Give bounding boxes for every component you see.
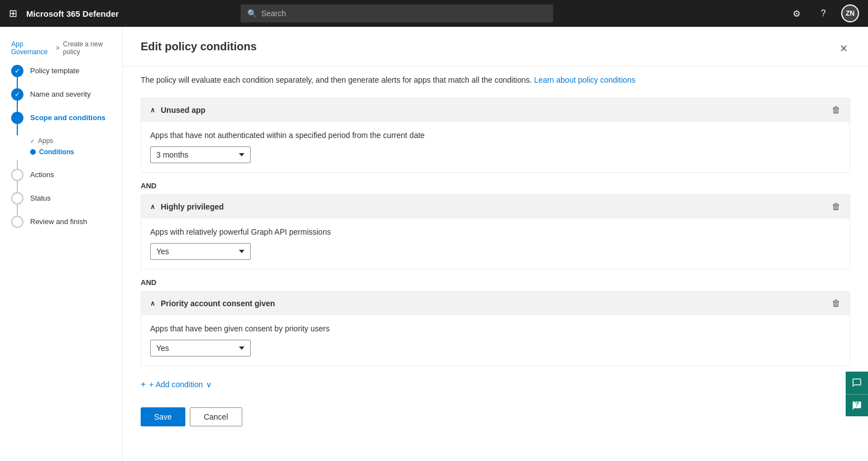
breadcrumb-root[interactable]: App Governance [11,40,52,56]
content-body: The policy will evaluate each condition … [123,66,868,453]
sub-step-conditions: Conditions [30,146,111,158]
condition-block-highly-privileged: ∧ Highly privileged 🗑 Apps with relative… [141,194,850,269]
condition-select-3[interactable]: Yes No [150,340,251,357]
content-header: Edit policy conditions ✕ [123,27,868,66]
top-nav: ⊞ Microsoft 365 Defender 🔍 ⚙ ? ZN [0,0,868,27]
step-circle-6 [11,216,23,228]
condition-title-1: Unused app [161,106,205,115]
step-indicator-3 [11,112,23,135]
connector-5 [17,205,18,216]
cancel-button[interactable]: Cancel [190,407,242,426]
chevron-up-icon-3: ∧ [150,300,155,307]
condition-body-1: Apps that have not authenticated within … [141,122,850,172]
add-icon: + [141,379,146,389]
and-label-2: AND [141,274,850,291]
condition-body-2: Apps with relatively powerful Graph API … [141,218,850,269]
and-label-1: AND [141,177,850,194]
step-content-5: Status [30,192,51,206]
condition-select-2[interactable]: Yes No [150,243,251,260]
step-content-4: Actions [30,169,54,182]
breadcrumb: App Governance > Create a new policy [0,36,122,65]
help-floating-button[interactable] [846,394,868,416]
step-circle-3 [11,112,23,124]
bullet-conditions [30,149,36,155]
step-row-review: Review and finish [11,216,111,229]
condition-block-priority-consent: ∧ Priority account consent given 🗑 Apps … [141,291,850,366]
breadcrumb-separator: > [56,44,60,52]
step-label-4: Actions [30,170,54,179]
connector-2 [17,101,18,112]
condition-header-priority-consent[interactable]: ∧ Priority account consent given 🗑 [141,292,850,315]
condition-select-1[interactable]: 1 month 2 months 3 months 6 months 12 mo… [150,146,251,163]
step-label-5: Status [30,194,51,202]
delete-icon-2[interactable]: 🗑 [832,202,841,212]
main-layout: App Governance > Create a new policy ✓ P… [0,27,868,461]
condition-header-highly-privileged[interactable]: ∧ Highly privileged 🗑 [141,195,850,218]
breadcrumb-current: Create a new policy [63,40,111,56]
chevron-up-icon-2: ∧ [150,203,155,211]
sidebar: App Governance > Create a new policy ✓ P… [0,27,123,461]
floating-buttons [846,372,868,416]
condition-desc-1: Apps that have not authenticated within … [150,131,841,140]
nav-icons: ⚙ ? ZN [788,4,859,22]
search-input[interactable] [261,9,546,18]
step-indicator-1: ✓ [11,65,23,88]
condition-desc-2: Apps with relatively powerful Graph API … [150,227,841,236]
step-circle-2: ✓ [11,88,23,101]
step-label-3: Scope and conditions [30,113,105,122]
step-content-6: Review and finish [30,216,87,229]
avatar[interactable]: ZN [841,4,859,22]
step-content-1: Policy template [30,65,79,78]
delete-icon-1[interactable]: 🗑 [832,105,841,115]
search-bar: 🔍 [241,4,553,22]
connector-row-3b [11,160,111,169]
step-row-scope: Scope and conditions [11,112,111,135]
close-button[interactable]: ✕ [837,40,850,57]
connector-3 [17,124,18,135]
condition-block-unused-app: ∧ Unused app 🗑 Apps that have not authen… [141,98,850,173]
delete-icon-3[interactable]: 🗑 [832,298,841,308]
chat-floating-button[interactable] [846,372,868,394]
sub-step-apps-label: Apps [38,137,53,145]
condition-desc-3: Apps that have been given consent by pri… [150,324,841,333]
action-bar: Save Cancel [141,398,850,435]
sub-steps: ✓ Apps Conditions [11,135,111,158]
condition-title-2: Highly privileged [161,202,224,211]
condition-title-3: Priority account consent given [161,299,275,308]
sub-step-apps: ✓ Apps [30,135,111,146]
connector-4 [17,181,18,192]
sub-step-conditions-label: Conditions [39,148,74,156]
apps-check: ✓ [30,138,35,144]
page-title: Edit policy conditions [141,40,257,53]
content-area: Edit policy conditions ✕ The policy will… [123,27,868,461]
step-content-3: Scope and conditions [30,112,105,125]
step-indicator-6 [11,216,23,228]
step-indicator-5 [11,192,23,216]
app-title: Microsoft 365 Defender [26,9,119,18]
chevron-up-icon-1: ∧ [150,106,155,114]
add-condition-chevron: ∨ [206,380,212,389]
condition-body-3: Apps that have been given consent by pri… [141,315,850,365]
step-label-2: Name and severity [30,90,90,98]
step-content-2: Name and severity [30,88,90,102]
settings-icon[interactable]: ⚙ [788,4,805,22]
step-indicator-4 [11,169,23,192]
step-row-actions: Actions [11,169,111,192]
step-row-name-severity: ✓ Name and severity [11,88,111,112]
grid-icon[interactable]: ⊞ [9,7,17,20]
step-circle-4 [11,169,23,181]
step-row-status: Status [11,192,111,216]
help-icon[interactable]: ? [814,4,832,22]
save-button[interactable]: Save [141,407,185,426]
connector-1 [17,77,18,88]
policy-description: The policy will evaluate each condition … [141,75,850,84]
step-row-policy-template: ✓ Policy template [11,65,111,88]
learn-more-link[interactable]: Learn about policy conditions [534,75,635,84]
condition-header-unused-app[interactable]: ∧ Unused app 🗑 [141,98,850,122]
step-label-6: Review and finish [30,217,87,226]
step-circle-1: ✓ [11,65,23,77]
step-indicator-2: ✓ [11,88,23,112]
connector-3b [17,160,18,169]
add-condition-label: + Add condition [149,380,203,389]
add-condition-button[interactable]: + + Add condition ∨ [141,370,850,398]
